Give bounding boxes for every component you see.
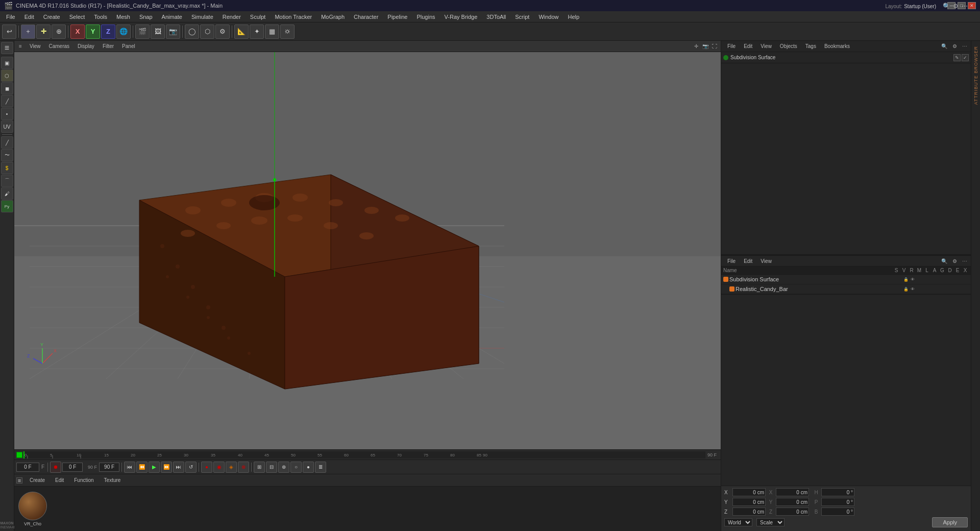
search-objects-icon[interactable]: 🔍 (940, 257, 948, 265)
current-frame-input[interactable] (16, 463, 39, 472)
key3-button[interactable]: ⊕ (278, 462, 289, 473)
mat-menu-texture[interactable]: Texture (101, 476, 124, 484)
obj-item-subdivision[interactable]: Subdivision Surface 🔒 👁 (721, 275, 971, 284)
sidebar-modes[interactable]: ≡ (1, 42, 13, 54)
sidebar-paint[interactable]: 🖌 (1, 187, 13, 200)
ellipsis-objects-icon[interactable]: ⋯ (961, 257, 969, 265)
menu-pipeline[interactable]: Pipeline (383, 13, 411, 21)
sidebar-model[interactable]: ▣ (1, 57, 13, 69)
gear-attr-icon[interactable]: ⚙ (950, 42, 959, 51)
menu-window[interactable]: Window (534, 13, 562, 21)
btn-y[interactable]: Y (86, 25, 100, 39)
menu-edit[interactable]: Edit (20, 13, 38, 21)
objects-edit-tab[interactable]: Edit (740, 257, 756, 265)
timeline-button[interactable]: ≣ (315, 462, 326, 473)
vp-menu-display[interactable]: Display (75, 42, 97, 50)
new-object-button[interactable]: + (21, 25, 35, 39)
obj-tab-edit[interactable]: Edit (740, 42, 756, 50)
sidebar-sculpt[interactable]: ⌒ (1, 175, 13, 187)
record-param-button[interactable]: ◉ (213, 462, 225, 473)
coord-z-size[interactable] (776, 508, 809, 516)
menu-snap[interactable]: Snap (135, 13, 157, 21)
coord-p-rot[interactable] (821, 498, 854, 506)
menu-script[interactable]: Script (511, 13, 533, 21)
world-dropdown[interactable]: World Object Camera (724, 518, 752, 526)
icon-eye[interactable]: 👁 (910, 277, 916, 282)
far-right-attribute-tab[interactable]: Attribute Browser (972, 42, 979, 109)
search-attr-icon[interactable]: 🔍 (940, 42, 948, 51)
play-button[interactable]: ▶ (149, 462, 160, 473)
vp-menu-cameras[interactable]: Cameras (46, 42, 73, 50)
sidebar-line-tool[interactable]: ╱ (1, 136, 13, 149)
obj-item-candy-bar[interactable]: Realistic_Candy_Bar 🔒 👁 (721, 284, 971, 294)
ellipsis-attr-icon[interactable]: ⋯ (961, 42, 969, 51)
playback-record[interactable]: ⏺ (50, 462, 61, 473)
btn-world[interactable]: 🌐 (116, 25, 131, 39)
goto-frame-input[interactable] (62, 463, 83, 472)
edit-icon[interactable]: ✎ (953, 54, 961, 61)
menu-tools[interactable]: Tools (90, 13, 111, 21)
obj-tab-objects[interactable]: Objects (776, 42, 801, 50)
go-end-button[interactable]: ⏭ (173, 462, 184, 473)
timeline-ruler[interactable]: 0 5 10 15 20 25 30 35 40 45 50 (23, 451, 705, 458)
close-button[interactable]: ✕ (968, 2, 976, 9)
menu-plugins[interactable]: Plugins (412, 13, 439, 21)
scale-dropdown[interactable]: Scale Size (756, 518, 785, 526)
objects-view-tab[interactable]: View (756, 257, 776, 265)
scene-button[interactable]: ⚙ (215, 25, 230, 39)
menu-create[interactable]: Create (39, 13, 64, 21)
vp-toggle[interactable]: ≡ (16, 42, 24, 51)
apply-button[interactable]: Apply (932, 517, 968, 527)
check-icon[interactable]: ✓ (962, 54, 969, 61)
prev-frame-button[interactable]: ⏪ (136, 462, 148, 473)
coord-b-rot[interactable] (821, 508, 854, 516)
sidebar-point[interactable]: • (1, 108, 13, 120)
obj-tab-tags[interactable]: Tags (801, 42, 820, 50)
undo-button[interactable]: ↩ (2, 25, 16, 39)
search-icon[interactable]: 🔍 (942, 2, 950, 10)
menu-file[interactable]: File (2, 13, 19, 21)
record-button[interactable]: ● (201, 462, 212, 473)
menu-select[interactable]: Select (65, 13, 89, 21)
obj-tab-view[interactable]: View (756, 42, 776, 50)
btn-z[interactable]: Z (101, 25, 115, 39)
obj-tab-bookmarks[interactable]: Bookmarks (820, 42, 854, 50)
menu-render[interactable]: Render (218, 13, 245, 21)
viewport-canvas[interactable]: Perspective (14, 52, 721, 449)
sidebar-python[interactable]: Py (1, 200, 13, 212)
material-item[interactable]: VR_Cho (18, 492, 47, 526)
coord-y-pos[interactable] (732, 498, 766, 506)
key4-button[interactable]: ○ (290, 462, 302, 473)
sidebar-edge[interactable]: ╱ (1, 95, 13, 107)
candy-icon-2[interactable]: 👁 (910, 287, 916, 292)
obj-tab-file[interactable]: File (723, 42, 740, 50)
material-thumbnail[interactable] (18, 492, 47, 520)
gear-objects-icon[interactable]: ⚙ (950, 257, 959, 265)
object-button[interactable]: ◯ (185, 25, 199, 39)
next-frame-button[interactable]: ⏩ (161, 462, 172, 473)
go-start-button[interactable]: ⏮ (124, 462, 135, 473)
objects-file-tab[interactable]: File (723, 257, 740, 265)
mat-menu-function[interactable]: Function (71, 476, 96, 484)
menu-3dtoall[interactable]: 3DToAll (482, 13, 510, 21)
menu-vray-bridge[interactable]: V-Ray Bridge (440, 13, 482, 21)
loop-button[interactable]: ↺ (185, 462, 197, 473)
candy-icon-1[interactable]: 🔒 (903, 287, 909, 292)
menu-simulate[interactable]: Simulate (187, 13, 217, 21)
key-button[interactable]: ⊞ (254, 462, 265, 473)
sidebar-uv[interactable]: UV (1, 120, 13, 133)
render-to-po-button[interactable]: 📷 (166, 25, 180, 39)
mat-bar-toggle[interactable]: ≡ (16, 477, 22, 484)
viewport[interactable]: ≡ View Cameras Display Filter Panel ✛ 📷 … (14, 41, 721, 449)
coord-z-pos[interactable] (732, 508, 766, 516)
key5-button[interactable]: ● (303, 462, 314, 473)
key2-button[interactable]: ⊟ (266, 462, 277, 473)
menu-help[interactable]: Help (564, 13, 584, 21)
menu-motion-tracker[interactable]: Motion Tracker (271, 13, 316, 21)
icon-lock[interactable]: 🔒 (903, 277, 909, 282)
record-special-button[interactable]: ◈ (226, 462, 237, 473)
ellipsis-icon[interactable]: ⋯ (961, 2, 969, 10)
coord-x-pos[interactable] (732, 488, 766, 496)
snap-button[interactable]: 📐 (234, 25, 249, 39)
menu-mograph[interactable]: MoGraph (317, 13, 349, 21)
